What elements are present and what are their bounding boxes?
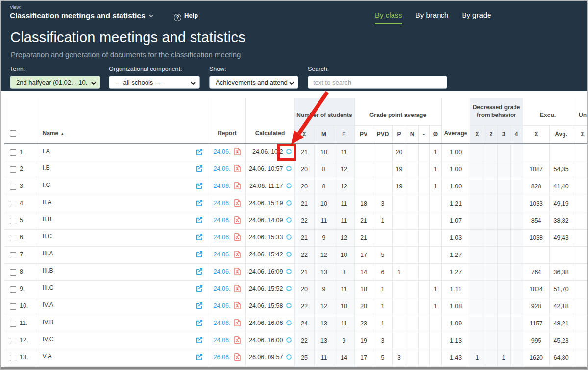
cell-pv: 20 <box>354 298 373 315</box>
row-checkbox[interactable] <box>10 355 16 361</box>
report-date-link[interactable]: 26.06. <box>214 354 231 361</box>
row-checkbox[interactable] <box>10 166 16 173</box>
group-header-grade-point-average: Grade point average <box>354 98 441 125</box>
recalculate-icon[interactable] <box>286 149 292 156</box>
recalculate-icon[interactable] <box>286 321 292 327</box>
cell-avg: 1.43 <box>441 349 470 366</box>
row-checkbox[interactable] <box>10 235 16 241</box>
external-link-icon[interactable] <box>196 182 203 191</box>
external-link-icon[interactable] <box>196 251 203 259</box>
report-date-link[interactable]: 24.06. <box>214 337 231 344</box>
report-date-link[interactable]: 24.06. <box>214 200 231 207</box>
report-date-link[interactable]: 24.06. <box>214 251 231 258</box>
tab-by-grade[interactable]: By grade <box>462 11 491 24</box>
class-name: II.B <box>43 216 52 223</box>
report-date-link[interactable]: 24.06. <box>214 183 231 189</box>
recalculate-icon[interactable] <box>286 201 292 208</box>
cell-b2 <box>485 298 497 315</box>
report-cell: 24.06. <box>209 178 245 195</box>
recalculate-icon[interactable] <box>286 286 292 293</box>
tab-by-class[interactable]: By class <box>375 11 402 24</box>
cell-b2 <box>485 315 497 332</box>
external-link-icon[interactable] <box>196 165 203 174</box>
select-all-checkbox[interactable] <box>10 130 16 137</box>
row-checkbox[interactable] <box>10 303 16 310</box>
search-input[interactable] <box>308 76 447 89</box>
recalculate-icon[interactable] <box>286 252 292 259</box>
external-link-icon[interactable] <box>196 336 203 345</box>
pdf-file-icon[interactable] <box>234 338 241 345</box>
pdf-file-icon[interactable] <box>234 184 241 191</box>
row-checkbox[interactable] <box>10 269 16 276</box>
recalculate-icon[interactable] <box>286 235 292 242</box>
pdf-file-icon[interactable] <box>234 167 241 174</box>
row-checkbox[interactable] <box>10 286 16 293</box>
row-checkbox[interactable] <box>10 149 16 156</box>
show-label: Show: <box>209 66 298 72</box>
external-link-icon[interactable] <box>196 233 203 242</box>
pdf-file-icon[interactable] <box>234 253 241 259</box>
row-checkbox[interactable] <box>10 201 16 207</box>
group-header-excused: Excu. <box>523 98 573 125</box>
report-date-link[interactable]: 24.06. <box>214 268 231 275</box>
row-number: 6. <box>20 234 24 241</box>
column-header-name[interactable]: Name▲ <box>36 98 209 143</box>
cell-dash <box>418 229 429 246</box>
report-date-link[interactable]: 24.06. <box>214 320 231 326</box>
show-select[interactable]: Achievements and attend <box>209 76 298 89</box>
table-row: 2.I.B24.06.24.06. 10:57208121911.0010875… <box>4 161 588 178</box>
report-date-link[interactable]: 24.06. <box>214 148 231 155</box>
pdf-file-icon[interactable] <box>234 150 241 157</box>
row-checkbox[interactable] <box>10 338 16 344</box>
pdf-file-icon[interactable] <box>234 321 241 328</box>
pdf-file-icon[interactable] <box>234 235 241 242</box>
report-date-link[interactable]: 24.06. <box>214 217 231 224</box>
cell-m: 13 <box>314 315 334 332</box>
row-checkbox[interactable] <box>10 218 16 224</box>
report-date-link[interactable]: 24.06. <box>214 165 231 172</box>
recalculate-icon[interactable] <box>286 269 292 276</box>
org-component-select[interactable]: --- all schools --- <box>109 76 200 89</box>
view-switcher-dropdown[interactable]: Classification meetings and statistics <box>10 10 153 20</box>
app-header: View: Classification meetings and statis… <box>0 0 588 91</box>
recalculate-icon[interactable] <box>286 184 292 190</box>
row-number: 11. <box>20 320 27 326</box>
recalculate-icon[interactable] <box>286 303 292 310</box>
page-title: Classification meetings and statistics <box>10 29 245 46</box>
table-row: 4.II.A24.06.24.06. 15:192110111831.21103… <box>4 195 588 212</box>
external-link-icon[interactable] <box>196 199 203 208</box>
pdf-file-icon[interactable] <box>234 304 241 311</box>
calculated-datetime: 24.06. 16:09 <box>249 268 283 275</box>
pdf-file-icon[interactable] <box>234 201 241 208</box>
cell-n <box>406 298 418 315</box>
pdf-file-icon[interactable] <box>234 355 241 362</box>
recalculate-icon[interactable] <box>286 166 292 173</box>
horizontal-scrollbar[interactable] <box>0 367 588 370</box>
row-checkbox[interactable] <box>10 321 16 327</box>
cell-pv: 14 <box>354 263 373 280</box>
term-select[interactable]: 2nd halfyear (01.02. - 10. <box>10 76 100 89</box>
cell-p <box>392 315 406 332</box>
external-link-icon[interactable] <box>196 268 203 277</box>
external-link-icon[interactable] <box>196 319 203 328</box>
external-link-icon[interactable] <box>196 148 203 157</box>
external-link-icon[interactable] <box>196 302 203 311</box>
report-date-link[interactable]: 24.06. <box>214 285 231 292</box>
external-link-icon[interactable] <box>196 353 203 362</box>
row-checkbox[interactable] <box>10 184 16 190</box>
pdf-file-icon[interactable] <box>234 218 241 225</box>
help-button[interactable]: ?Help <box>174 12 198 21</box>
external-link-icon[interactable] <box>196 216 203 225</box>
pdf-file-icon[interactable] <box>234 287 241 294</box>
report-date-link[interactable]: 24.06. <box>214 302 231 309</box>
tab-by-branch[interactable]: By branch <box>416 11 449 24</box>
report-date-link[interactable]: 24.06. <box>214 234 231 241</box>
calculated-datetime: 24.06. 15:52 <box>249 285 283 292</box>
recalculate-icon[interactable] <box>286 355 292 362</box>
cell-dash <box>418 178 429 195</box>
recalculate-icon[interactable] <box>286 338 292 345</box>
external-link-icon[interactable] <box>196 285 203 294</box>
row-checkbox[interactable] <box>10 252 16 258</box>
pdf-file-icon[interactable] <box>234 270 241 277</box>
recalculate-icon[interactable] <box>286 218 292 225</box>
